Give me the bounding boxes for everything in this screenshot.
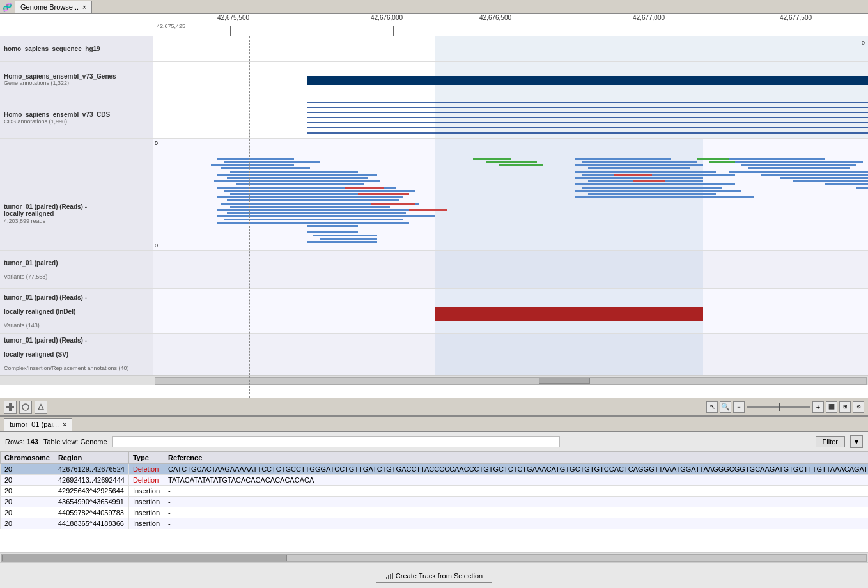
track-label-genes: Homo_sapiens_ensembl_v73_Genes Gene anno…	[0, 62, 153, 97]
table-row[interactable]: 2042676129..42676524DeletionCATCTGCACTAA…	[1, 464, 869, 475]
svg-rect-28	[217, 222, 409, 224]
table-cell-chr: 20	[1, 497, 54, 507]
table-cell-chr: 20	[1, 507, 54, 518]
track-content-indel[interactable]	[153, 289, 868, 333]
svg-rect-76	[392, 573, 393, 579]
zoom-plus-btn[interactable]: +	[812, 401, 824, 413]
h-scroll-thumb[interactable]	[539, 378, 590, 384]
svg-point-72	[22, 404, 29, 410]
table-row[interactable]: 2044059782^44059783Insertion-	[1, 507, 869, 518]
main-tab-close[interactable]: ×	[82, 4, 86, 11]
settings-btn[interactable]: ⚙	[853, 401, 864, 413]
table-cell-reference: -	[164, 518, 868, 529]
table-h-scroll[interactable]	[0, 552, 868, 562]
indel-track-name2: locally realigned (InDel)	[4, 308, 149, 315]
track-label-cds: Homo_sapiens_ensembl_v73_CDS CDS annotat…	[0, 97, 153, 138]
table-cell-region: 42692413..42692444	[54, 475, 128, 486]
table-cell-region: 42676129..42676524	[54, 464, 128, 475]
h-scroll-bar[interactable]	[155, 377, 867, 385]
toolbar-btn-2[interactable]	[19, 401, 32, 414]
svg-rect-15	[214, 180, 380, 182]
table-container[interactable]: Chromosome Region Type Reference 2042676…	[0, 451, 868, 552]
svg-rect-48	[588, 193, 716, 195]
table-cell-reference: CATCTGCACTAAGAAAAATTCCTCTGCCTTGGGATCCTGT…	[164, 464, 868, 475]
table-cell-type: Insertion	[128, 497, 164, 507]
svg-rect-75	[390, 574, 391, 579]
col-chromosome[interactable]: Chromosome	[1, 452, 54, 464]
ruler-pos-5: 42,677,500	[780, 14, 812, 21]
table-tab-close[interactable]: ×	[63, 421, 66, 428]
main-tab-label: Genome Browse...	[20, 3, 79, 11]
table-cell-type: Insertion	[128, 507, 164, 518]
dashed-marker-line	[249, 36, 250, 398]
track-content-variants[interactable]	[153, 251, 868, 288]
table-row[interactable]: 2042692413..42692444DeletionTATACATATATA…	[1, 475, 869, 486]
genome-bottom-toolbar: ↖ 🔍 − + ⬛ ⊞ ⚙	[0, 398, 868, 415]
table-cell-reference: -	[164, 497, 868, 507]
indel-track-info: Variants (143)	[4, 322, 149, 329]
svg-rect-31	[486, 161, 537, 163]
filter-dropdown-btn[interactable]: ▼	[850, 435, 863, 448]
track-sv: tumor_01 (paired) (Reads) - locally real…	[0, 334, 868, 375]
svg-rect-61	[793, 180, 868, 182]
svg-rect-30	[473, 158, 511, 160]
table-row[interactable]: 2044188365^44188366Insertion-	[1, 518, 869, 529]
create-track-button[interactable]: Create Track from Selection	[376, 569, 492, 583]
track-content-cds[interactable]	[153, 97, 868, 138]
gene-bar	[307, 76, 868, 85]
tracks-container[interactable]: homo_sapiens_sequence_hg19 Homo_sapiens_…	[0, 36, 868, 398]
svg-rect-16	[236, 183, 364, 185]
variants-track-name: tumor_01 (paired)	[4, 259, 149, 267]
fit-btn[interactable]: ⬛	[826, 401, 837, 413]
deletion-variant-bar	[435, 307, 703, 321]
table-tab[interactable]: tumor_01 (pai... ×	[4, 418, 72, 431]
grid-btn[interactable]: ⊞	[839, 401, 851, 413]
svg-rect-20	[217, 196, 403, 198]
zoom-out-btn[interactable]: −	[733, 401, 745, 413]
svg-rect-14	[227, 177, 368, 179]
svg-rect-36	[409, 209, 447, 211]
col-region[interactable]: Region	[54, 452, 128, 464]
main-tab[interactable]: Genome Browse... ×	[15, 1, 92, 13]
toolbar-btn-1[interactable]	[4, 401, 17, 414]
cds-track-name: Homo_sapiens_ensembl_v73_CDS	[4, 111, 149, 118]
track-content-sequence[interactable]	[153, 36, 868, 61]
table-h-scroll-thumb[interactable]	[2, 555, 287, 561]
cursor-btn[interactable]: ↖	[706, 401, 718, 413]
svg-rect-54	[729, 158, 825, 160]
table-cell-region: 43654990^43654991	[54, 497, 128, 507]
cds-svg	[153, 97, 868, 138]
svg-rect-18	[224, 190, 415, 192]
track-content-sv[interactable]	[153, 334, 868, 375]
track-label-sequence: homo_sapiens_sequence_hg19	[0, 36, 153, 61]
svg-rect-23	[230, 206, 390, 208]
svg-rect-49	[575, 196, 754, 198]
table-cell-reference: TATACATATATATGTACACACACACACACACA	[164, 475, 868, 486]
indel-track-name: tumor_01 (paired) (Reads) -	[4, 294, 149, 301]
create-track-bar: Create Track from Selection	[0, 562, 868, 588]
svg-rect-40	[588, 167, 690, 169]
toolbar-btn-3[interactable]	[35, 401, 47, 414]
table-search-input[interactable]	[112, 436, 560, 447]
track-label-sv: tumor_01 (paired) (Reads) - locally real…	[0, 334, 153, 375]
svg-rect-60	[780, 177, 868, 179]
h-scroll-area[interactable]	[0, 375, 868, 385]
table-title-bar: tumor_01 (pai... ×	[0, 417, 868, 432]
table-row[interactable]: 2043654990^43654991Insertion-	[1, 497, 869, 507]
col-type[interactable]: Type	[128, 452, 164, 464]
zoom-slider[interactable]	[747, 406, 810, 408]
table-cell-type: Insertion	[128, 486, 164, 497]
svg-rect-66	[307, 231, 358, 233]
col-reference[interactable]: Reference	[164, 452, 868, 464]
svg-rect-68	[320, 238, 377, 240]
svg-rect-43	[575, 177, 703, 179]
track-content-reads[interactable]: 0 0	[153, 139, 868, 250]
reads-track-name2: locally realigned	[4, 210, 54, 217]
table-cell-chr: 20	[1, 486, 54, 497]
genes-track-info: Gene annotations (1,322)	[4, 80, 149, 86]
zoom-in-btn[interactable]: 🔍	[720, 401, 731, 413]
filter-button[interactable]: Filter	[816, 436, 845, 447]
svg-rect-71	[9, 403, 12, 411]
table-row[interactable]: 2042925643^42925644Insertion-	[1, 486, 869, 497]
track-content-genes[interactable]	[153, 62, 868, 97]
